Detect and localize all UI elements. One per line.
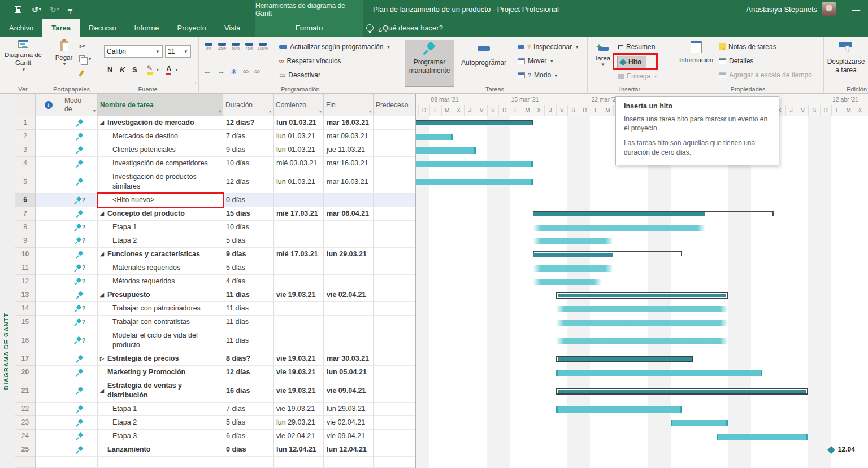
predecessors-cell[interactable]: [374, 430, 415, 443]
paste-button[interactable]: Pegar ▼: [51, 41, 77, 67]
table-row[interactable]: 12?Métodos requeridos4 días: [15, 275, 415, 288]
predecessors-cell[interactable]: [374, 170, 415, 194]
duration-cell[interactable]: 9 días: [223, 143, 274, 157]
gantt-summary-bar[interactable]: [556, 356, 694, 362]
duration-cell[interactable]: 11 días: [223, 329, 274, 352]
start-cell[interactable]: vie 19.03.21: [274, 366, 324, 379]
task-name-cell[interactable]: Investigación de competidores: [98, 157, 223, 170]
predecessors-cell[interactable]: [374, 143, 415, 157]
finish-cell[interactable]: [324, 234, 374, 248]
mode-cell[interactable]: [62, 288, 98, 302]
info-cell[interactable]: [36, 157, 62, 170]
mode-cell[interactable]: ?: [62, 275, 98, 288]
row-number[interactable]: 17: [15, 352, 36, 366]
mode-cell[interactable]: ?: [62, 221, 98, 234]
task-name-cell[interactable]: Materiales requeridos: [98, 261, 223, 275]
duration-cell[interactable]: 5 días: [223, 416, 274, 430]
row-number[interactable]: [15, 457, 36, 468]
duration-cell[interactable]: 0 días: [223, 194, 274, 207]
duration-cell[interactable]: 12 días: [223, 170, 274, 194]
info-cell[interactable]: [36, 234, 62, 248]
finish-cell[interactable]: mar 09.03.21: [324, 130, 374, 143]
gantt-placeholder-bar[interactable]: [556, 320, 728, 326]
gantt-summary-bar[interactable]: [556, 292, 728, 299]
finish-cell[interactable]: lun 29.03.21: [324, 403, 374, 416]
italic-button[interactable]: K: [120, 65, 125, 74]
mode-cell[interactable]: [62, 443, 98, 457]
duration-cell[interactable]: 0 días: [223, 443, 274, 457]
start-cell[interactable]: vie 02.04.21: [274, 430, 324, 443]
table-row[interactable]: 16?Modelar el ciclo de vida del producto…: [15, 329, 415, 352]
gantt-view-button[interactable]: Diagrama de Gantt ▼: [3, 40, 44, 73]
gantt-placeholder-bar[interactable]: [533, 265, 613, 272]
start-column-header[interactable]: Comienzo▾: [274, 94, 324, 116]
row-number-header[interactable]: [15, 94, 36, 116]
info-cell[interactable]: [36, 366, 62, 379]
mode-cell[interactable]: [62, 248, 98, 261]
unlink-tasks-icon[interactable]: ∞: [254, 67, 260, 76]
row-number[interactable]: 8: [15, 221, 36, 234]
collapse-triangle-icon[interactable]: ◢: [100, 119, 107, 126]
mode-cell[interactable]: ?: [62, 329, 98, 352]
task-name-cell[interactable]: ▷Estrategia de precios: [98, 352, 223, 366]
gantt-task-bar[interactable]: [671, 420, 728, 426]
mode-column-header[interactable]: Modo de ▾: [62, 94, 98, 116]
gantt-task-bar[interactable]: [717, 434, 808, 440]
row-number[interactable]: 22: [15, 403, 36, 416]
percent-complete-buttons[interactable]: 0% 25% 50% 75% 100%: [202, 43, 269, 50]
mode-cell[interactable]: ?: [62, 302, 98, 316]
row-number[interactable]: 13: [15, 288, 36, 302]
gantt-summary-bar[interactable]: [556, 388, 809, 395]
row-number[interactable]: 20: [15, 366, 36, 379]
inactivate-button[interactable]: ▭ Desactivar: [279, 71, 320, 79]
gantt-task-bar[interactable]: [416, 147, 476, 154]
task-name-cell[interactable]: Etapa 3: [98, 430, 223, 443]
start-cell[interactable]: vie 19.03.21: [274, 288, 324, 302]
info-cell[interactable]: [36, 329, 62, 352]
finish-cell[interactable]: lun 12.04.21: [324, 443, 374, 457]
auto-schedule-button[interactable]: → Autoprogramar: [457, 40, 511, 87]
duration-cell[interactable]: 10 días: [223, 157, 274, 170]
pct-0-button[interactable]: 0%: [202, 43, 215, 50]
predecessors-cell[interactable]: [374, 288, 415, 302]
table-row[interactable]: 15?Trabajar con contratistas11 días: [15, 316, 415, 329]
table-row[interactable]: 10◢Funciones y características9 díasmié …: [15, 248, 415, 261]
filter-icon[interactable]: ▾: [369, 109, 371, 114]
start-cell[interactable]: mié 03.03.21: [274, 157, 324, 170]
finish-cell[interactable]: mar 30.03.21: [324, 352, 374, 366]
task-name-cell[interactable]: Etapa 2: [98, 416, 223, 430]
finish-cell[interactable]: vie 02.04.21: [324, 416, 374, 430]
finish-cell[interactable]: vie 02.04.21: [324, 288, 374, 302]
format-painter-button[interactable]: [80, 70, 83, 77]
mode-cell[interactable]: [62, 157, 98, 170]
info-cell[interactable]: [36, 275, 62, 288]
task-name-cell[interactable]: Investigación de productos similares: [98, 170, 223, 194]
predecessors-cell[interactable]: [374, 221, 415, 234]
row-number[interactable]: 10: [15, 248, 36, 261]
info-cell[interactable]: [36, 457, 62, 468]
outdent-icon[interactable]: ←: [203, 67, 211, 76]
task-name-cell[interactable]: ◢Concepto del producto: [98, 207, 223, 221]
start-cell[interactable]: lun 12.04.21: [274, 443, 324, 457]
table-row[interactable]: 3Clientes potenciales9 díaslun 01.03.21j…: [15, 143, 415, 157]
gantt-placeholder-bar[interactable]: [556, 306, 728, 312]
info-cell[interactable]: [36, 352, 62, 366]
duration-cell[interactable]: 11 días: [223, 302, 274, 316]
scroll-to-task-button[interactable]: Desplazarse a tarea: [825, 41, 867, 75]
tab-informe[interactable]: Informe: [125, 19, 168, 37]
task-name-cell[interactable]: Trabajar con patrocinadores: [98, 302, 223, 316]
info-cell[interactable]: [36, 261, 62, 275]
info-cell[interactable]: [36, 130, 62, 143]
row-number[interactable]: 15: [15, 316, 36, 329]
font-size-select[interactable]: 11▼: [165, 45, 191, 58]
gantt-task-bar[interactable]: [416, 161, 533, 167]
collapse-triangle-icon[interactable]: ◢: [100, 210, 107, 217]
info-cell[interactable]: [36, 170, 62, 194]
split-task-icon[interactable]: ∗: [231, 67, 237, 76]
start-cell[interactable]: [274, 457, 324, 468]
task-name-cell[interactable]: ◢Presupuesto: [98, 288, 223, 302]
mode-cell[interactable]: ?: [62, 316, 98, 329]
task-name-cell[interactable]: Lanzamiento: [98, 443, 223, 457]
mode-cell[interactable]: [62, 143, 98, 157]
task-name-cell[interactable]: Clientes potenciales: [98, 143, 223, 157]
